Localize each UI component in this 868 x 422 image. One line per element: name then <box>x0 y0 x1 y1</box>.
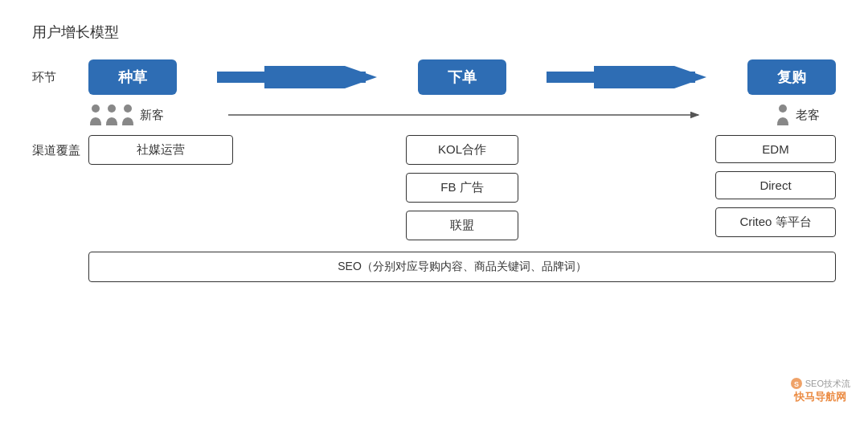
arrow2 <box>506 66 747 88</box>
customers-content: 新客 老客 <box>88 103 836 127</box>
step3-box: 复购 <box>747 59 836 95</box>
watermark-top: S SEO技术流 <box>790 377 850 390</box>
watermark: S SEO技术流 快马导航网 <box>790 377 850 404</box>
customers-row: 新客 老客 <box>32 103 836 127</box>
customer-arrow-line <box>172 109 767 121</box>
new-customer-icons <box>88 103 135 127</box>
old-customer-group: 老客 <box>775 103 820 127</box>
person-icon-3 <box>121 103 135 127</box>
arrow1-svg <box>217 66 378 88</box>
seo-content: SEO（分别对应导购内容、商品关键词、品牌词） <box>88 252 836 282</box>
page-title: 用户增长模型 <box>32 23 836 42</box>
steps-area: 种草 下单 <box>88 59 836 95</box>
channel-row: 渠道覆盖 社媒运营 KOL合作 FB 广告 联盟 <box>32 135 836 240</box>
person-icon-2 <box>104 103 119 127</box>
svg-point-5 <box>108 104 116 113</box>
huanjie-label: 环节 <box>32 70 88 85</box>
main-container: 用户增长模型 环节 种草 下单 <box>0 0 868 422</box>
arrow1 <box>177 66 418 88</box>
channel-box-kol: KOL合作 <box>406 135 518 165</box>
col-mid: KOL合作 FB 广告 联盟 <box>233 135 675 240</box>
watermark-icon: S <box>790 377 803 390</box>
step2-box: 下单 <box>418 59 506 95</box>
seo-box: SEO（分别对应导购内容、商品关键词、品牌词） <box>88 252 836 282</box>
new-customer-label: 新客 <box>140 108 164 123</box>
col-right: EDM Direct Criteo 等平台 <box>675 135 836 240</box>
channels-wrapper: 社媒运营 KOL合作 FB 广告 联盟 EDM <box>88 135 836 240</box>
svg-point-4 <box>92 104 100 113</box>
channel-box-lianmeng: 联盟 <box>406 211 518 240</box>
huanjie-row: 环节 种草 下单 <box>32 59 836 95</box>
svg-point-6 <box>124 104 132 113</box>
new-customer-group: 新客 <box>88 103 164 127</box>
watermark-bottom: 快马导航网 <box>794 390 846 404</box>
channel-box-direct: Direct <box>715 171 836 199</box>
svg-text:S: S <box>794 380 799 388</box>
step1-box: 种草 <box>88 59 177 95</box>
old-customer-label: 老客 <box>796 108 820 123</box>
channel-box-fb: FB 广告 <box>406 173 518 203</box>
channel-box-shemei: 社媒运营 <box>88 135 233 165</box>
arrow2-svg <box>547 66 707 88</box>
seo-row: SEO（分别对应导购内容、商品关键词、品牌词） <box>32 252 836 282</box>
channel-box-edm: EDM <box>715 135 836 163</box>
col-left: 社媒运营 <box>88 135 233 240</box>
old-person-icon <box>775 103 791 127</box>
svg-point-9 <box>779 104 787 113</box>
channel-box-criteo: Criteo 等平台 <box>715 207 836 237</box>
person-icon-1 <box>88 103 103 127</box>
customer-arrow-svg <box>172 109 767 121</box>
channel-label: 渠道覆盖 <box>32 135 88 158</box>
